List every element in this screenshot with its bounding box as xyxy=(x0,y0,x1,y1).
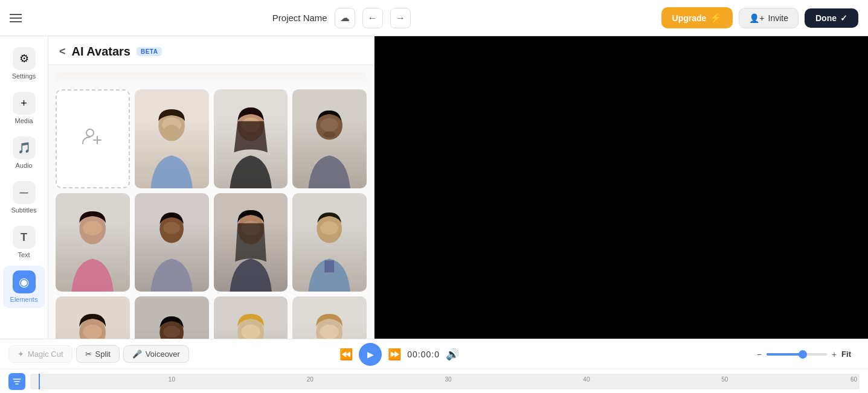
playback-controls: ⏪ ▶ ⏩ 00:00:0 🔊 xyxy=(339,343,459,366)
rewind-button[interactable]: ⏪ xyxy=(339,348,353,361)
timeline-marker: 50 xyxy=(721,376,728,383)
invite-label: Invite xyxy=(768,13,788,23)
timeline-track[interactable]: 10 20 30 40 50 60 xyxy=(30,374,860,389)
undo-button[interactable]: ← xyxy=(362,8,383,28)
svg-point-12 xyxy=(83,221,102,235)
person-add-icon: 👤+ xyxy=(749,13,764,23)
sidebar-item-text[interactable]: T Text xyxy=(3,221,45,263)
svg-point-26 xyxy=(241,325,260,339)
media-icon: + xyxy=(13,92,36,115)
sidebar-item-media[interactable]: + Media xyxy=(3,87,45,129)
topbar: Project Name ☁ ← → Upgrade ⚡ 👤+ Invite D… xyxy=(0,0,868,36)
svg-point-9 xyxy=(321,118,339,131)
topbar-right: Upgrade ⚡ 👤+ Invite Done ✓ xyxy=(661,7,858,28)
settings-icon: ⚙ xyxy=(13,47,36,70)
toolbar-row: ✦ Magic Cut ✂ Split 🎤 Voiceover ⏪ ▶ ⏩ 00… xyxy=(0,339,868,369)
sidebar-label-media: Media xyxy=(15,117,33,124)
project-name: Project Name xyxy=(272,13,327,23)
avatar-grid xyxy=(56,89,367,339)
timeline-playhead xyxy=(39,374,40,389)
menu-icon[interactable] xyxy=(10,14,22,22)
timecode: 00:00:0 xyxy=(407,350,440,359)
timeline-filter-button[interactable] xyxy=(8,373,25,390)
sidebar-label-elements: Elements xyxy=(10,296,38,303)
play-button[interactable]: ▶ xyxy=(359,343,382,366)
text-icon: T xyxy=(13,226,36,249)
bottom-bar: ✦ Magic Cut ✂ Split 🎤 Voiceover ⏪ ▶ ⏩ 00… xyxy=(0,339,868,393)
svg-point-23 xyxy=(163,326,180,338)
svg-point-19 xyxy=(321,222,339,235)
topbar-center: Project Name ☁ ← → xyxy=(272,8,411,28)
avatar-card[interactable] xyxy=(56,193,130,292)
split-button[interactable]: ✂ Split xyxy=(76,345,120,363)
sidebar-item-subtitles[interactable]: — Subtitles xyxy=(3,176,45,219)
avatar-card[interactable] xyxy=(135,296,209,339)
upgrade-button[interactable]: Upgrade ⚡ xyxy=(661,7,733,28)
subtitles-icon: — xyxy=(13,181,36,204)
split-label: Split xyxy=(95,350,111,359)
bolt-icon: ⚡ xyxy=(710,12,722,24)
canvas-preview xyxy=(375,36,868,339)
microphone-icon: 🎤 xyxy=(132,350,142,359)
svg-rect-18 xyxy=(325,261,335,273)
sidebar-item-audio[interactable]: 🎵 Audio xyxy=(3,132,45,174)
invite-button[interactable]: 👤+ Invite xyxy=(739,8,799,28)
cloud-save-button[interactable]: ☁ xyxy=(335,8,355,28)
add-person-icon xyxy=(82,126,103,152)
svg-point-10 xyxy=(324,131,336,137)
timeline-marker: 10 xyxy=(169,376,175,383)
sidebar-label-subtitles: Subtitles xyxy=(11,206,36,214)
sidebar-label-audio: Audio xyxy=(15,162,32,169)
timeline-marker: 30 xyxy=(445,376,452,383)
magic-cut-button[interactable]: ✦ Magic Cut xyxy=(8,345,72,363)
avatar-card[interactable] xyxy=(292,193,367,292)
sidebar-label-text: Text xyxy=(18,251,30,258)
topbar-left xyxy=(10,14,22,22)
avatar-grid-container[interactable] xyxy=(48,65,374,339)
zoom-out-button[interactable]: − xyxy=(757,350,762,359)
timeline-marker: 20 xyxy=(307,376,313,383)
redo-button[interactable]: → xyxy=(390,8,411,28)
magic-cut-label: Magic Cut xyxy=(28,350,63,359)
magic-cut-icon: ✦ xyxy=(18,350,24,359)
done-button[interactable]: Done ✓ xyxy=(805,8,858,28)
custom-avatar-card[interactable] xyxy=(56,89,130,188)
beta-badge: BETA xyxy=(137,47,162,56)
fast-forward-button[interactable]: ⏩ xyxy=(388,348,401,361)
avatar-card[interactable] xyxy=(214,193,288,292)
volume-button[interactable]: 🔊 xyxy=(446,348,459,361)
zoom-slider[interactable] xyxy=(767,353,827,356)
play-icon: ▶ xyxy=(367,350,374,359)
panel-back-button[interactable]: < xyxy=(59,45,66,58)
zoom-controls: − + Fit xyxy=(757,350,860,359)
zoom-in-button[interactable]: + xyxy=(832,350,837,359)
sidebar-label-settings: Settings xyxy=(12,72,36,80)
avatar-card[interactable] xyxy=(135,193,209,292)
timeline-row: 10 20 30 40 50 60 xyxy=(0,369,868,393)
sidebar-item-settings[interactable]: ⚙ Settings xyxy=(3,42,45,85)
svg-point-5 xyxy=(164,124,179,134)
scissors-icon: ✂ xyxy=(85,350,92,359)
avatar-card[interactable] xyxy=(135,89,209,188)
svg-point-14 xyxy=(163,222,180,234)
done-label: Done xyxy=(815,13,837,23)
timeline-marker: 60 xyxy=(850,376,857,383)
audio-icon: 🎵 xyxy=(13,136,36,159)
avatar-card[interactable] xyxy=(56,296,130,339)
avatar-card[interactable] xyxy=(214,89,288,188)
sidebar-item-elements[interactable]: ◉ Elements xyxy=(3,266,45,308)
elements-icon: ◉ xyxy=(13,270,36,293)
main-area: ⚙ Settings + Media 🎵 Audio — Subtitles T… xyxy=(0,36,868,339)
canvas-area xyxy=(375,36,868,339)
avatars-panel: < AI Avatars BETA xyxy=(48,36,375,339)
svg-point-0 xyxy=(86,129,94,136)
voiceover-label: Voiceover xyxy=(146,350,180,359)
svg-point-28 xyxy=(320,325,339,339)
fit-button[interactable]: Fit xyxy=(841,350,851,359)
avatar-card[interactable] xyxy=(292,296,367,339)
avatar-card[interactable] xyxy=(292,89,367,188)
voiceover-button[interactable]: 🎤 Voiceover xyxy=(123,345,189,363)
timeline-marker: 40 xyxy=(583,376,590,383)
avatar-card[interactable] xyxy=(214,296,288,339)
upgrade-label: Upgrade xyxy=(672,13,707,23)
